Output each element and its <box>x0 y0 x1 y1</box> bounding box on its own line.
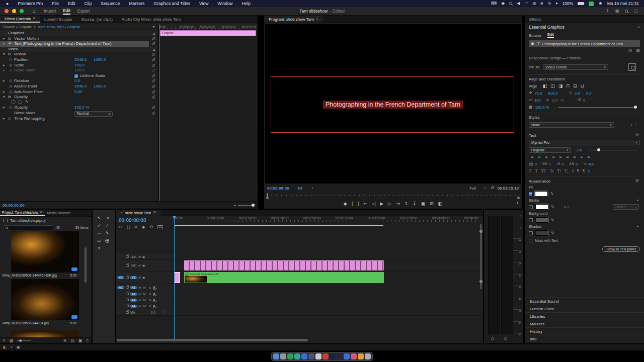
mark-out-button[interactable]: } <box>358 201 359 206</box>
partial-thumbnail[interactable] <box>11 330 79 337</box>
wifi-icon[interactable]: ◠ <box>524 2 528 6</box>
menu-item[interactable]: Help <box>237 1 255 6</box>
status-layout-icon[interactable]: ≡ <box>11 345 13 349</box>
status-fx-icon[interactable]: ◧ <box>3 345 7 349</box>
slider-knob[interactable] <box>634 106 637 109</box>
lift-button[interactable]: ↥ <box>405 201 409 206</box>
track-mix-lane[interactable] <box>174 309 483 315</box>
dock-app-icon[interactable] <box>344 353 350 359</box>
solo-right-button[interactable] <box>504 337 507 340</box>
ec-graphic-clip[interactable]: Graphic <box>160 30 256 36</box>
ec-position-row[interactable]: ◷Position2048,01080,0↺ <box>0 57 157 63</box>
hand-tool[interactable]: ⨁ <box>104 237 111 244</box>
dock-app-icon[interactable] <box>301 353 307 359</box>
mix-level-value[interactable]: 0,0 <box>151 311 155 314</box>
icon-view-button[interactable]: ▦ <box>10 339 14 343</box>
new-layer-icon[interactable]: ▤ <box>628 49 632 53</box>
stroke-checkbox[interactable] <box>529 205 533 209</box>
rotation-value[interactable]: 0 <box>583 98 585 103</box>
lock-icon[interactable] <box>126 255 129 258</box>
quick-export-icon[interactable]: ↥ <box>606 9 609 13</box>
menu-item[interactable]: Edit <box>63 1 80 6</box>
track-name-a4[interactable]: A4 <box>130 305 137 308</box>
ec-motion-row[interactable]: ▾fxMotion↺ <box>0 52 157 57</box>
y-position-value[interactable]: 616,0 <box>548 91 557 96</box>
timeline-timecode[interactable]: 00:00:00:00 <box>119 218 146 223</box>
justify-last-left-icon[interactable]: ≡ <box>550 155 557 159</box>
leading-value[interactable]: 0 <box>561 162 564 166</box>
tab-sequence[interactable]: ×slide show Tarn≡ <box>116 210 160 216</box>
dock-app-icon[interactable] <box>273 353 279 359</box>
mute-button[interactable]: M <box>142 293 146 296</box>
home-icon[interactable]: ⌂ <box>33 9 36 14</box>
font-style-dropdown[interactable]: Regular∨ <box>529 147 571 153</box>
delete-button[interactable]: ▯ <box>87 339 89 343</box>
solo-button[interactable]: S <box>148 305 152 308</box>
stroke-color-swatch[interactable] <box>535 204 548 210</box>
keyframe-nav-icon[interactable]: ⊢ <box>164 311 167 314</box>
ec-opacity-row[interactable]: ▸◷Opacity100,0 %↺ <box>0 105 157 111</box>
tab-browse[interactable]: Browse <box>529 33 541 38</box>
menu-bar-clock[interactable]: Ma 15 mei 21:31 <box>607 1 639 6</box>
tab-lumetri-scopes[interactable]: Lumetri Scopes <box>40 16 77 23</box>
apple-menu[interactable]: ● <box>0 1 13 6</box>
ellipse-mask-icon[interactable]: ◯ <box>11 100 16 104</box>
ec-rotation-row[interactable]: ▸◷Rotation0,0↺ <box>0 78 157 84</box>
clip-name[interactable]: 24mp_NH20230508-144445-HDR.jpg <box>2 274 57 277</box>
superscript-button[interactable]: T¹ <box>557 169 561 173</box>
ec-play-around-icon[interactable]: ▸ <box>153 25 155 29</box>
background-checkbox[interactable] <box>529 218 533 222</box>
dock-app-icon[interactable] <box>330 353 336 359</box>
mute-button[interactable]: M <box>142 299 146 302</box>
tree-view-icon[interactable]: ⊟ <box>56 226 60 230</box>
dock-app-icon[interactable] <box>337 353 343 359</box>
lock-icon[interactable] <box>126 305 129 307</box>
collapsed-panel-tab[interactable]: Markers <box>525 320 644 327</box>
lock-icon[interactable] <box>126 286 129 289</box>
minimize-window-button[interactable] <box>12 9 16 13</box>
anchor-y-value[interactable]: 0,0 <box>586 91 591 96</box>
program-timecode[interactable]: 00:00:00:00 <box>264 186 289 191</box>
small-caps-button[interactable]: Tt <box>550 169 554 173</box>
sync-lock-icon[interactable]: ⇄ <box>138 305 141 308</box>
eg-layer-row[interactable]: ◉ T Photographing in the French Departme… <box>529 40 640 47</box>
clip-thumbnail[interactable]: ⋯ <box>11 279 79 320</box>
collapsed-panel-tab[interactable]: Libraries <box>525 312 644 320</box>
track-name-v1[interactable]: V1 <box>130 276 137 279</box>
track-a4-lane[interactable] <box>174 303 483 309</box>
all-caps-button[interactable]: TT <box>541 169 546 173</box>
search-icon[interactable] <box>625 10 628 13</box>
text-direction-rtl-button[interactable]: ¶ <box>583 169 585 173</box>
selection-tool[interactable]: ↖ <box>96 215 103 221</box>
step-back-button[interactable]: ◁ <box>372 201 375 206</box>
mute-button[interactable]: M <box>142 305 146 308</box>
insert-overwrite-icon[interactable]: ⊡ <box>119 225 122 229</box>
voiceover-record-icon[interactable] <box>153 286 155 289</box>
extract-button[interactable]: ↧ <box>413 201 417 206</box>
pen-mask-icon[interactable]: ✎ <box>25 100 29 104</box>
track-name-v3[interactable]: V3 <box>130 255 137 258</box>
push-style-icon[interactable]: ↓ <box>630 123 632 127</box>
faux-bold-button[interactable]: T <box>529 169 531 173</box>
layer-name[interactable]: Photographing in the French Department o… <box>542 42 623 46</box>
anchor-x-value[interactable]: 0,0 <box>575 91 580 96</box>
eyedropper-icon[interactable]: ✎ <box>550 192 554 196</box>
stopwatch-icon[interactable]: ◷ <box>9 63 12 68</box>
line-spacing-value[interactable]: 400 <box>588 162 595 166</box>
battery-app-icon[interactable] <box>589 2 594 6</box>
collapsed-panel-tab[interactable]: History <box>525 327 644 335</box>
pen-tool[interactable]: ✎ <box>104 230 111 236</box>
nested-sequence-clip[interactable]: fx Nested Sequence 01 <box>184 272 384 283</box>
track-output-icon[interactable]: ◉ <box>142 276 145 279</box>
rotation-value[interactable]: 0,0 <box>74 78 80 84</box>
ec-opacity-header[interactable]: ▾fxOpacity↺ <box>0 95 157 100</box>
graphics-clips[interactable] <box>184 260 384 270</box>
show-in-text-panel-button[interactable]: Show in Text panel <box>602 246 640 252</box>
opacity-slider[interactable] <box>558 107 636 108</box>
video-overlay-title[interactable]: Photographing in the French Department o… <box>323 101 463 109</box>
drop-icon[interactable]: ♦ <box>555 2 557 6</box>
ec-playhead[interactable] <box>159 24 160 201</box>
menu-item[interactable]: Window <box>213 1 237 6</box>
track-a2-lane[interactable] <box>174 291 483 297</box>
text-direction-ltr-button[interactable]: ¶ <box>577 169 579 173</box>
